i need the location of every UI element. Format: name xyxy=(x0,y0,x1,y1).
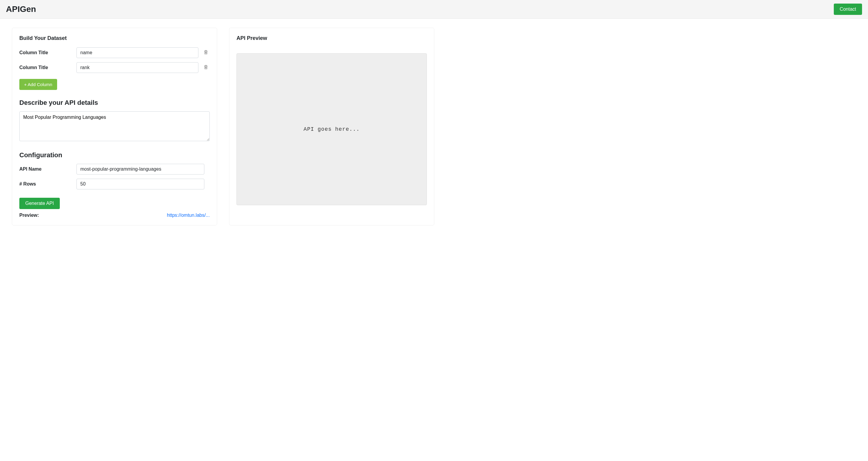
right-panel: API Preview API goes here... xyxy=(229,28,434,225)
app-header: APIGen Contact xyxy=(0,0,868,19)
api-name-label: API Name xyxy=(19,167,73,172)
describe-textarea[interactable]: Most Popular Programming Languages xyxy=(19,111,210,141)
preview-row: Preview: https://omtun.labs/... xyxy=(19,213,210,218)
build-dataset-title: Build Your Dataset xyxy=(19,35,210,41)
column-title-input[interactable] xyxy=(76,62,198,73)
trash-icon xyxy=(203,49,209,57)
app-logo: APIGen xyxy=(6,4,36,14)
add-column-button[interactable]: + Add Column xyxy=(19,79,57,90)
column-title-label: Column Title xyxy=(19,50,73,55)
delete-column-button[interactable] xyxy=(202,63,210,73)
contact-button[interactable]: Contact xyxy=(834,4,862,15)
api-preview-placeholder: API goes here... xyxy=(304,126,360,132)
column-row: Column Title xyxy=(19,62,210,73)
rows-row: # Rows xyxy=(19,179,210,190)
api-preview-title: API Preview xyxy=(237,35,427,41)
api-name-row: API Name xyxy=(19,164,210,174)
api-name-input[interactable] xyxy=(76,164,204,174)
main-container: Build Your Dataset Column Title Column T… xyxy=(0,19,446,234)
column-row: Column Title xyxy=(19,47,210,58)
api-preview-box: API goes here... xyxy=(237,53,427,205)
generate-api-button[interactable]: Generate API xyxy=(19,198,60,209)
column-title-input[interactable] xyxy=(76,47,198,58)
config-heading: Configuration xyxy=(19,151,210,159)
rows-label: # Rows xyxy=(19,181,73,187)
describe-heading: Describe your API details xyxy=(19,99,210,107)
preview-label: Preview: xyxy=(19,213,39,218)
rows-input[interactable] xyxy=(76,179,204,190)
trash-icon xyxy=(203,64,209,71)
column-title-label: Column Title xyxy=(19,65,73,70)
left-panel: Build Your Dataset Column Title Column T… xyxy=(12,28,217,225)
delete-column-button[interactable] xyxy=(202,48,210,58)
preview-link[interactable]: https://omtun.labs/... xyxy=(167,213,210,218)
